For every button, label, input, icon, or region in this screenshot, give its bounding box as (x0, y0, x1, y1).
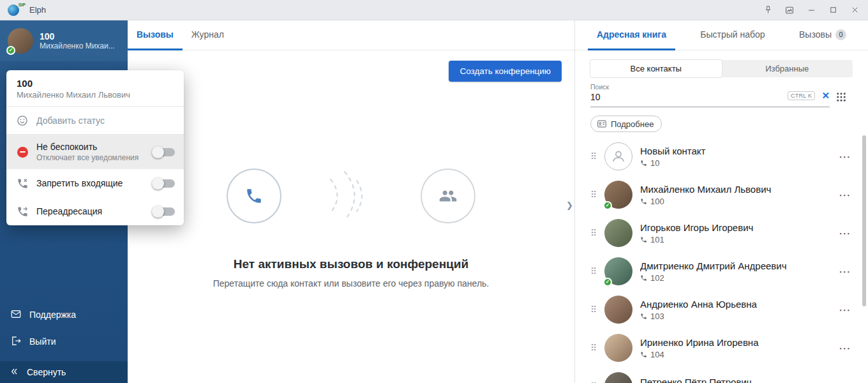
block-incoming-icon (15, 176, 29, 190)
empty-state-illustration (214, 160, 488, 232)
right-panel: Адресная книга Быстрый набор Вызовы 0 Вс… (574, 20, 868, 383)
calls-count-badge: 0 (835, 29, 846, 40)
minimize-icon[interactable] (805, 4, 817, 16)
contact-name: Андриенко Анна Юрьевна (640, 299, 837, 310)
segment-all-contacts[interactable]: Все контакты (590, 60, 722, 77)
avatar: ✓ (604, 181, 632, 209)
more-menu-icon[interactable]: ⋯ (837, 379, 853, 383)
details-button[interactable]: Подробнее (590, 116, 662, 132)
titlebar: SIP Elph (0, 0, 868, 20)
forwarding-toggle[interactable] (154, 207, 175, 216)
contact-name: Михайленко Михаил Львович (640, 184, 837, 195)
pin-icon[interactable] (762, 4, 774, 16)
more-menu-icon[interactable]: ⋯ (837, 264, 853, 279)
phone-icon (640, 198, 647, 205)
add-status-item[interactable]: Добавить статус (6, 107, 184, 135)
tab-calls[interactable]: Вызовы (128, 20, 183, 50)
tab-speed-dial[interactable]: Быстрый набор (691, 20, 774, 50)
dnd-label: Не беспокоить (36, 142, 147, 152)
scrollbar[interactable] (862, 135, 866, 306)
tab-panel-calls-label: Вызовы (799, 29, 832, 40)
avatar: ✓ (604, 257, 632, 285)
phone-icon (640, 236, 647, 243)
contact-row[interactable]: ⠿ ✓ Михайленко Михаил Львович 100 ⋯ (590, 176, 853, 214)
phone-icon (640, 274, 647, 282)
contact-row[interactable]: ⠿ Новый контакт 10 ⋯ (590, 137, 853, 176)
avatar (604, 372, 632, 383)
online-badge: ✓ (6, 46, 15, 55)
sidebar-item-support[interactable]: Поддержка (0, 301, 128, 328)
double-chevron-left-icon (9, 366, 19, 379)
popup-header: 100 Михайленко Михаил Львович (6, 70, 184, 107)
collapse-sidebar-button[interactable]: Свернуть (0, 361, 128, 383)
forwarding-item[interactable]: Переадресация (6, 197, 184, 225)
empty-state-title: Нет активных вызовов и конференций (234, 257, 468, 271)
user-avatar: ✓ (8, 28, 33, 54)
contact-row[interactable]: ⠿ Игорьков Игорь Игоревич 101 ⋯ (590, 214, 853, 252)
phone-icon (640, 313, 647, 320)
dialpad-icon[interactable] (830, 87, 853, 107)
logout-icon (10, 335, 22, 349)
contact-extension: 101 (650, 235, 664, 244)
logo-circle (8, 4, 19, 16)
snapshot-icon[interactable] (784, 4, 795, 16)
drag-handle-icon[interactable]: ⠿ (590, 266, 601, 276)
user-profile-button[interactable]: ✓ 100 Михайленко Михаи... (0, 20, 128, 61)
block-incoming-label: Запретить входящие (36, 178, 147, 188)
contact-row[interactable]: ⠿ Андриенко Анна Юрьевна 103 ⋯ (590, 290, 853, 329)
contact-search[interactable]: Поиск CTRL K ✕ (590, 83, 830, 107)
user-name: Михайленко Михаи... (40, 41, 115, 50)
block-incoming-item[interactable]: Запретить входящие (6, 169, 184, 197)
sidebar-item-logout[interactable]: Выйти (0, 328, 128, 355)
tab-journal-label: Журнал (191, 29, 224, 40)
popup-full-name: Михайленко Михаил Львович (17, 90, 174, 100)
more-menu-icon[interactable]: ⋯ (837, 303, 853, 317)
avatar (604, 219, 632, 247)
phone-icon (640, 351, 647, 358)
contact-row[interactable]: ⠿ Ириненко Ирина Игоревна 104 ⋯ (590, 329, 853, 367)
smiley-icon (15, 114, 29, 128)
avatar (604, 334, 632, 362)
do-not-disturb-icon (15, 145, 29, 159)
drag-handle-icon[interactable]: ⠿ (590, 228, 601, 238)
drag-handle-icon[interactable]: ⠿ (590, 304, 601, 315)
window-controls (762, 4, 860, 16)
empty-state: Нет активных вызовов и конференций Перет… (128, 50, 574, 383)
dnd-item[interactable]: Не беспокоить Отключает все уведомления (6, 135, 184, 169)
contact-extension: 103 (650, 312, 664, 321)
logo-sip-badge: SIP (19, 3, 26, 7)
user-extension: 100 (40, 31, 115, 41)
segment-favorites[interactable]: Избранные (722, 60, 853, 77)
tab-address-book[interactable]: Адресная книга (588, 20, 675, 50)
calls-content: Создать конференцию Нет активных вызовов… (128, 50, 574, 383)
drag-handle-icon[interactable]: ⠿ (590, 343, 601, 353)
more-menu-icon[interactable]: ⋯ (837, 149, 853, 164)
drag-handle-icon[interactable]: ⠿ (590, 151, 601, 161)
block-incoming-toggle[interactable] (154, 179, 175, 188)
contact-row[interactable]: ⠿ Петренко Пётр Петрович ⋯ (590, 367, 853, 383)
right-panel-tabbar: Адресная книга Быстрый набор Вызовы 0 (575, 20, 868, 50)
contact-extension: 100 (650, 197, 664, 206)
tab-panel-calls[interactable]: Вызовы 0 (790, 20, 855, 50)
collapse-panel-chevron-icon[interactable]: ❯ (566, 200, 573, 210)
more-menu-icon[interactable]: ⋯ (837, 341, 853, 356)
clear-search-icon[interactable]: ✕ (821, 90, 830, 101)
contact-row[interactable]: ⠿ ✓ Дмитриенко Дмитрий Андреевич 102 ⋯ (590, 252, 853, 290)
maximize-icon[interactable] (827, 4, 839, 16)
drag-handle-icon[interactable]: ⠿ (590, 190, 601, 200)
online-badge: ✓ (603, 201, 612, 210)
contact-name: Ириненко Ирина Игоревна (640, 337, 837, 348)
close-icon[interactable] (849, 4, 860, 16)
more-menu-icon[interactable]: ⋯ (837, 226, 853, 241)
tab-speed-dial-label: Быстрый набор (700, 29, 765, 40)
person-icon (611, 149, 626, 164)
dnd-toggle[interactable] (154, 148, 175, 156)
more-menu-icon[interactable]: ⋯ (837, 188, 853, 202)
contact-list: ⠿ Новый контакт 10 ⋯ ⠿ ✓ (590, 137, 853, 383)
contact-card-icon (597, 119, 607, 129)
tab-journal[interactable]: Журнал (183, 20, 233, 50)
empty-state-subtitle: Перетащите сюда контакт или вызовите его… (213, 278, 490, 289)
contact-name: Игорьков Игорь Игоревич (640, 222, 837, 233)
app-title: Elph (29, 5, 46, 15)
app-logo-icon: SIP (8, 4, 24, 17)
